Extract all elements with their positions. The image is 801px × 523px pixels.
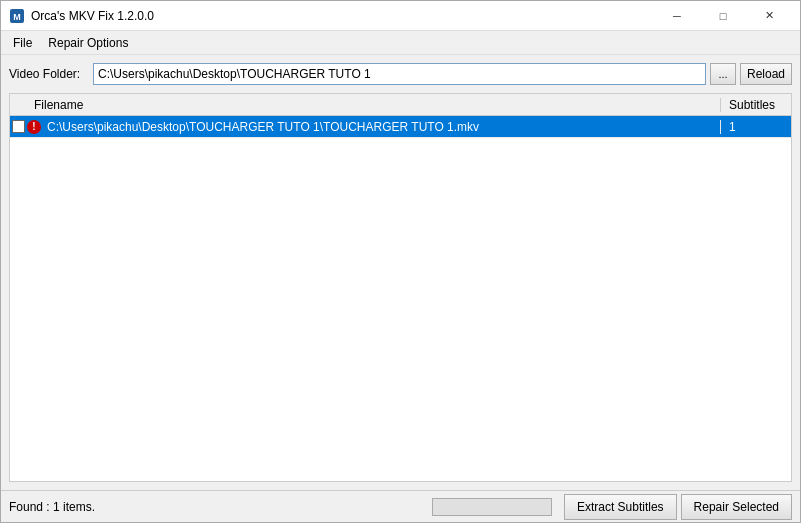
menu-file[interactable]: File — [5, 34, 40, 52]
menubar: File Repair Options — [1, 31, 800, 55]
file-table: Filename Subtitles ✓ ! C:\Users\pikachu\… — [9, 93, 792, 482]
row-icons: ✓ ! — [10, 120, 43, 134]
statusbar: Found : 1 items. Extract Subtitles Repai… — [1, 490, 800, 522]
error-icon: ! — [27, 120, 41, 134]
app-icon: M — [9, 8, 25, 24]
progress-bar — [432, 498, 552, 516]
row-filename: C:\Users\pikachu\Desktop\TOUCHARGER TUTO… — [43, 120, 721, 134]
maximize-button[interactable]: □ — [700, 1, 746, 31]
browse-button[interactable]: ... — [710, 63, 736, 85]
main-window: M Orca's MKV Fix 1.2.0.0 ─ □ ✕ File Repa… — [0, 0, 801, 523]
close-button[interactable]: ✕ — [746, 1, 792, 31]
titlebar: M Orca's MKV Fix 1.2.0.0 ─ □ ✕ — [1, 1, 800, 31]
window-title: Orca's MKV Fix 1.2.0.0 — [31, 9, 654, 23]
folder-path-input[interactable] — [93, 63, 706, 85]
row-subtitles: 1 — [721, 120, 791, 134]
folder-label: Video Folder: — [9, 67, 89, 81]
header-subtitles-col: Subtitles — [721, 98, 791, 112]
table-row[interactable]: ✓ ! C:\Users\pikachu\Desktop\TOUCHARGER … — [10, 116, 791, 138]
titlebar-buttons: ─ □ ✕ — [654, 1, 792, 31]
table-body: ✓ ! C:\Users\pikachu\Desktop\TOUCHARGER … — [10, 116, 791, 481]
minimize-button[interactable]: ─ — [654, 1, 700, 31]
table-header: Filename Subtitles — [10, 94, 791, 116]
repair-selected-button[interactable]: Repair Selected — [681, 494, 792, 520]
svg-text:M: M — [13, 12, 21, 22]
reload-button[interactable]: Reload — [740, 63, 792, 85]
header-filename-col: Filename — [30, 98, 721, 112]
row-checkbox[interactable]: ✓ — [12, 120, 25, 133]
status-text: Found : 1 items. — [9, 500, 432, 514]
menu-repair-options[interactable]: Repair Options — [40, 34, 136, 52]
extract-subtitles-button[interactable]: Extract Subtitles — [564, 494, 677, 520]
main-content: Video Folder: ... Reload Filename Subtit… — [1, 55, 800, 490]
folder-row: Video Folder: ... Reload — [9, 63, 792, 85]
